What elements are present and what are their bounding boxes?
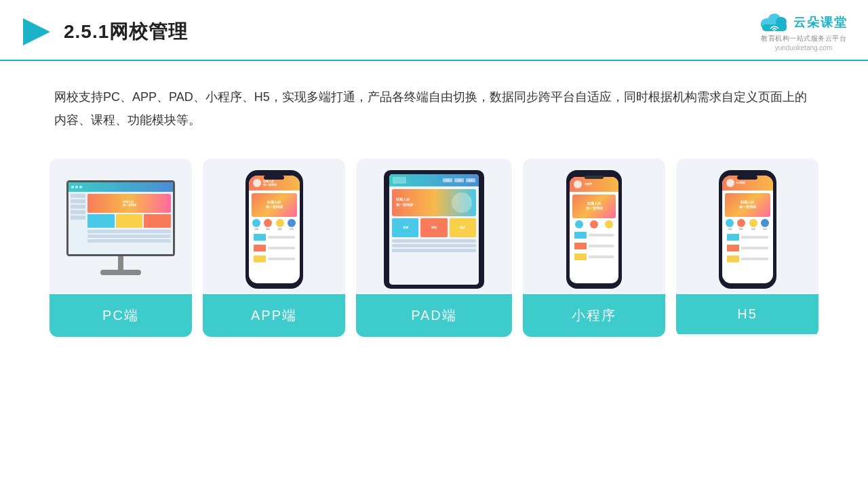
card-app-image: 职通人的第一堂网课 职通人的第一堂网课 直播: [203, 159, 345, 294]
monitor-screen: 职通人的第一堂网课: [66, 180, 175, 256]
tablet-header: 课程 直播 题库: [389, 174, 479, 186]
card-app: 职通人的第一堂网课 职通人的第一堂网课 直播: [203, 159, 345, 337]
monitor-body: 职通人的第一堂网课: [68, 192, 173, 243]
play-icon: [20, 16, 53, 48]
tablet-card-text-1: 直播: [403, 226, 408, 229]
tablet-card-text-2: 课程: [431, 226, 437, 229]
phone-course-2: [252, 243, 297, 253]
course-thumb-3: [254, 256, 266, 262]
h5-circle-3: [749, 219, 757, 227]
card-pc-image: 职通人的第一堂网课: [50, 159, 192, 294]
h5-phone-mock: H5网校 职通人的第一堂网课 直播: [719, 170, 776, 289]
h5-course-text-1: [741, 236, 768, 239]
phone-avatar: [253, 179, 261, 187]
miniapp-banner-text: 职通人的第一堂网课: [586, 201, 603, 211]
tablet-card-2: 课程: [420, 218, 447, 237]
h5-label-3: 题库: [751, 228, 755, 230]
miniapp-course-text-2: [589, 245, 614, 247]
page-header: 2.5.1网校管理 云朵课堂 教育机构一站式服务云平台 yunduoketang…: [0, 0, 868, 61]
phone-icons-row: 直播 课程 题库 资讯: [252, 219, 297, 230]
monitor-dot-1: [71, 186, 74, 188]
miniapp-circle-1: [575, 220, 583, 228]
icon-label-4: 资讯: [290, 228, 294, 230]
logo-url: yunduoketang.com: [775, 44, 833, 52]
monitor-card-3: [144, 214, 171, 228]
app-phone-mock: 职通人的第一堂网课 职通人的第一堂网课 直播: [245, 170, 303, 289]
card-miniapp-label: 小程序: [523, 294, 665, 337]
h5-avatar: [726, 179, 734, 187]
monitor-card-2: [116, 214, 143, 228]
monitor-stand: [118, 256, 123, 270]
tablet-row-3: [392, 249, 476, 252]
tablet-screen: 课程 直播 题库 职通人的第一堂网课: [389, 174, 479, 285]
h5-icons-row: 直播 课程 题库 资讯: [725, 219, 770, 230]
description-text: 网校支持PC、APP、PAD、小程序、H5，实现多端打通，产品各终端自由切换，数…: [0, 61, 868, 145]
h5-icon-1: 直播: [726, 219, 734, 230]
tablet-logo: [393, 177, 406, 184]
h5-thumb-2: [727, 245, 739, 251]
monitor-header-bar: [68, 182, 173, 192]
tablet-banner-img: [452, 192, 472, 213]
miniapp-icon-3: [605, 220, 613, 228]
tablet-cards-row: 直播 课程 题库: [392, 218, 476, 237]
icon-label-3: 题库: [278, 228, 282, 230]
nav-dot-3: 题库: [466, 178, 475, 182]
monitor-main: 职通人的第一堂网课: [87, 194, 171, 243]
card-miniapp-image: 小程序 职通人的第一堂网课: [523, 159, 665, 294]
monitor-rows: [87, 230, 171, 243]
miniapp-course-3: [572, 252, 616, 262]
tablet-body: 职通人的第一堂网课 直播 课程: [389, 186, 479, 285]
miniapp-screen: 小程序 职通人的第一堂网课: [570, 177, 618, 283]
monitor-row-3: [87, 239, 171, 243]
h5-label-1: 直播: [728, 228, 732, 230]
miniapp-avatar: [574, 180, 582, 188]
monitor-cards-row: [87, 214, 171, 228]
h5-thumb-1: [727, 234, 739, 241]
phone-course-1: [252, 232, 297, 242]
card-h5-label: H5: [676, 294, 818, 334]
card-pad-image: 课程 直播 题库 职通人的第一堂网课: [356, 159, 512, 294]
miniapp-header: 小程序: [570, 177, 618, 192]
phone-course-3: [252, 254, 297, 264]
course-thumb-1: [254, 234, 266, 241]
h5-icon-3: 题库: [749, 219, 757, 230]
miniapp-course-1: [572, 230, 616, 240]
miniapp-circle-3: [605, 220, 613, 228]
h5-label-2: 课程: [739, 228, 743, 230]
h5-course-2: [725, 243, 770, 253]
h5-course-list: [725, 232, 770, 264]
monitor-card-1: [87, 214, 115, 228]
tablet-row-1: [392, 239, 476, 243]
tablet-card-text-3: 题库: [460, 226, 465, 229]
monitor-banner-text: 职通人的第一堂网课: [123, 200, 136, 207]
icon-circle-2: [264, 219, 272, 227]
logo-text: 云朵课堂: [793, 14, 848, 30]
icon-circle-4: [288, 219, 296, 227]
phone-banner: 职通人的第一堂网课: [252, 193, 297, 217]
h5-course-text-2: [741, 247, 768, 249]
tablet-content: 课程 直播 题库 职通人的第一堂网课: [389, 174, 479, 285]
miniapp-course-text-3: [589, 256, 614, 258]
sidebar-item-4: [71, 210, 85, 214]
card-pc: 职通人的第一堂网课: [50, 159, 192, 337]
h5-header-text: H5网校: [736, 181, 769, 184]
phone-header-text: 职通人的第一堂网课: [263, 180, 296, 186]
monitor-sidebar: [71, 194, 85, 243]
phone-screen: 职通人的第一堂网课 职通人的第一堂网课 直播: [249, 176, 300, 283]
phone-course-list: [252, 232, 297, 264]
monitor-base: [100, 270, 141, 275]
miniapp-course-list: [572, 230, 616, 262]
miniapp-icon-2: [590, 220, 598, 228]
pc-monitor-mock: 职通人的第一堂网课: [62, 180, 179, 279]
card-pad-label: PAD端: [356, 294, 512, 337]
phone-banner-text: 职通人的第一堂网课: [266, 200, 283, 209]
card-h5: H5网校 职通人的第一堂网课 直播: [676, 159, 818, 337]
tablet-card-1: 直播: [392, 218, 418, 237]
h5-circle-2: [737, 219, 745, 227]
h5-course-1: [725, 232, 770, 242]
miniapp-thumb-1: [574, 232, 587, 239]
course-text-3: [268, 258, 295, 260]
sidebar-item-3: [71, 205, 85, 209]
miniapp-icons-row: [572, 220, 616, 228]
h5-circle-1: [726, 219, 734, 227]
